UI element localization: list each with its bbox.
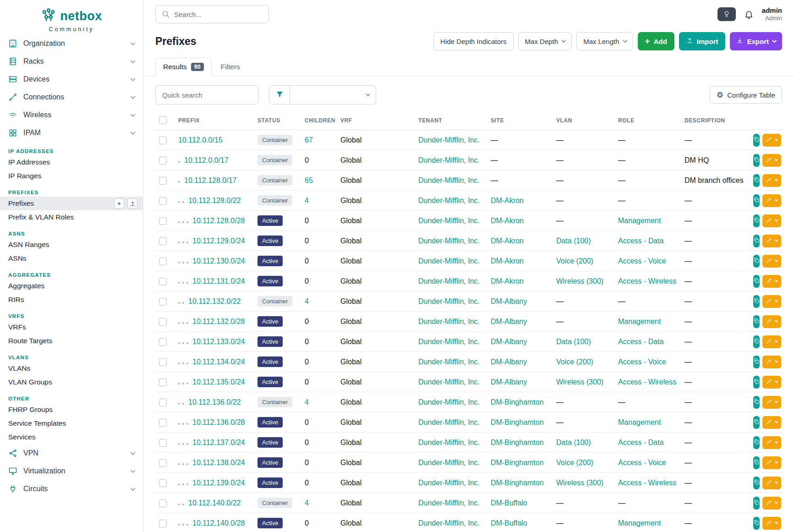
row-checkbox[interactable] [159,318,167,326]
tenant-link[interactable]: Dunder-Mifflin, Inc. [418,297,480,305]
sidebar-item-circuits[interactable]: Circuits [0,480,143,498]
prefix-link[interactable]: 10.112.132.0/28 [192,318,245,325]
copy-button[interactable] [753,235,760,247]
vlan-link[interactable]: Data (100) [556,338,591,346]
sidebar-item-devices[interactable]: Devices [0,70,143,88]
copy-button[interactable] [753,315,760,328]
role-link[interactable]: Access - Data [618,237,664,245]
max-length-dropdown[interactable]: Max Length [576,32,633,50]
edit-button[interactable] [762,315,781,328]
sidebar-item-virtualization[interactable]: Virtualization [0,462,143,480]
site-link[interactable]: DM-Akron [491,277,524,285]
role-link[interactable]: Management [618,418,661,426]
role-link[interactable]: Access - Voice [618,358,666,366]
copy-button[interactable] [753,497,760,510]
column-header-description[interactable]: DESCRIPTION [681,112,750,130]
role-link[interactable]: Access - Wireless [618,277,676,285]
copy-button[interactable] [753,416,760,429]
row-checkbox[interactable] [159,217,167,225]
export-dropdown[interactable]: Export [730,32,782,50]
prefix-link[interactable]: 10.112.129.0/24 [192,237,245,245]
sidebar-item-services[interactable]: Services [0,430,143,444]
prefix-link[interactable]: 10.112.130.0/24 [192,257,245,265]
search-input[interactable] [155,5,269,23]
prefix-link[interactable]: 10.112.0.0/15 [178,136,223,144]
row-checkbox[interactable] [159,197,167,205]
vlan-link[interactable]: Voice (200) [556,358,593,366]
tenant-link[interactable]: Dunder-Mifflin, Inc. [418,338,480,346]
role-link[interactable]: Access - Data [618,338,664,346]
copy-button[interactable] [753,517,760,530]
quick-search-input[interactable] [155,85,259,104]
theme-toggle-button[interactable] [717,7,736,21]
vlan-link[interactable]: Voice (200) [556,257,593,265]
tenant-link[interactable]: Dunder-Mifflin, Inc. [418,439,480,446]
children-link[interactable]: 4 [305,297,309,305]
notifications-bell-icon[interactable] [744,10,754,19]
prefix-link[interactable]: 10.112.136.0/28 [192,418,245,426]
children-link[interactable]: 65 [305,176,313,184]
site-link[interactable]: DM-Buffalo [491,499,527,507]
row-checkbox[interactable] [159,419,167,427]
copy-button[interactable] [753,436,760,449]
column-header-vlan[interactable]: VLAN [553,112,614,130]
sidebar-item-asns[interactable]: ASNs [0,252,143,265]
tenant-link[interactable]: Dunder-Mifflin, Inc. [418,257,480,265]
edit-button[interactable] [762,335,781,348]
edit-button[interactable] [762,154,781,167]
edit-button[interactable] [762,295,781,308]
tenant-link[interactable]: Dunder-Mifflin, Inc. [418,378,480,386]
copy-button[interactable] [753,477,760,489]
sidebar-item-fhrp-groups[interactable]: FHRP Groups [0,403,143,417]
edit-button[interactable] [762,214,781,227]
sidebar-item-vrfs[interactable]: VRFs [0,320,143,334]
edit-button[interactable] [762,396,781,409]
prefix-link[interactable]: 10.112.128.0/17 [184,176,236,184]
edit-button[interactable] [762,174,781,187]
site-link[interactable]: DM-Akron [491,237,524,245]
tenant-link[interactable]: Dunder-Mifflin, Inc. [418,136,480,144]
site-link[interactable]: DM-Binghamton [491,439,544,446]
import-button[interactable]: Import [679,32,726,50]
sidebar-item-vlans[interactable]: VLANs [0,362,143,375]
copy-button[interactable] [753,214,760,227]
column-header-vrf[interactable]: VRF [337,112,415,130]
sidebar-item-aggregates[interactable]: Aggregates [0,279,143,293]
prefix-link[interactable]: 10.112.139.0/24 [192,479,245,487]
sidebar-item-asn-ranges[interactable]: ASN Ranges [0,238,143,252]
copy-button[interactable] [753,456,760,469]
tenant-link[interactable]: Dunder-Mifflin, Inc. [418,156,480,164]
role-link[interactable]: Management [618,217,661,225]
row-checkbox[interactable] [159,338,167,346]
brand[interactable]: netbox Community [0,0,143,34]
quick-import-button[interactable] [127,198,137,208]
site-link[interactable]: DM-Albany [491,358,527,366]
row-checkbox[interactable] [159,298,167,306]
tenant-link[interactable]: Dunder-Mifflin, Inc. [418,519,480,527]
prefix-link[interactable]: 10.112.138.0/24 [192,459,245,466]
row-checkbox[interactable] [159,459,167,467]
site-link[interactable]: DM-Binghamton [491,418,544,426]
tab-results[interactable]: Results 90 [155,58,212,76]
children-link[interactable]: 4 [305,499,309,507]
copy-button[interactable] [753,154,760,167]
row-checkbox[interactable] [159,479,167,487]
site-link[interactable]: DM-Akron [491,197,524,204]
edit-button[interactable] [762,416,781,429]
vlan-link[interactable]: Voice (200) [556,459,593,466]
edit-button[interactable] [762,497,781,510]
prefix-link[interactable]: 10.112.135.0/24 [192,378,245,386]
edit-button[interactable] [762,456,781,469]
role-link[interactable]: Access - Data [618,439,664,446]
prefix-link[interactable]: 10.112.128.0/28 [192,217,245,225]
copy-button[interactable] [753,335,760,348]
tenant-link[interactable]: Dunder-Mifflin, Inc. [418,277,480,285]
tenant-link[interactable]: Dunder-Mifflin, Inc. [418,217,480,225]
role-link[interactable]: Access - Voice [618,257,666,265]
tenant-link[interactable]: Dunder-Mifflin, Inc. [418,398,480,406]
vlan-link[interactable]: Data (100) [556,439,591,446]
prefix-link[interactable]: 10.112.140.0/28 [192,519,245,527]
hide-depth-indicators-button[interactable]: Hide Depth Indicators [433,32,513,50]
prefix-link[interactable]: 10.112.136.0/22 [188,398,241,406]
row-checkbox[interactable] [159,137,167,144]
